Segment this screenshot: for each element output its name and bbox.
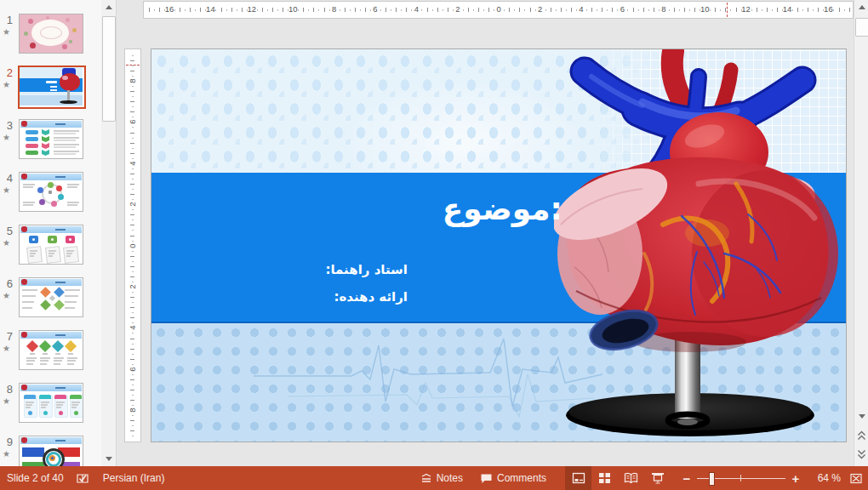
slide-number: 3 bbox=[2, 119, 13, 132]
fit-to-window-button[interactable] bbox=[849, 472, 863, 485]
ruler-label: 16 bbox=[819, 4, 837, 14]
animation-star-icon: ★ bbox=[3, 133, 10, 142]
thumb-scroll-down-icon[interactable] bbox=[101, 452, 116, 466]
thumb-scroll-up-icon[interactable] bbox=[101, 0, 116, 14]
ruler-label: 0 bbox=[128, 241, 137, 251]
heart-model-image[interactable] bbox=[554, 49, 846, 441]
presenter-text[interactable]: ارائه دهنده: bbox=[334, 287, 408, 307]
ruler-label: 8 bbox=[128, 405, 137, 415]
arrow-up-icon bbox=[859, 5, 865, 9]
supervisor-text[interactable]: استاد راهنما: bbox=[325, 259, 408, 280]
slide-thumbnail-8[interactable] bbox=[19, 383, 83, 423]
slide-thumbnail-4[interactable] bbox=[19, 172, 83, 212]
animation-star-icon: ★ bbox=[3, 185, 10, 195]
heart-model-graphic bbox=[554, 51, 838, 356]
notes-icon bbox=[420, 473, 432, 484]
slide-number: 2 bbox=[2, 66, 13, 79]
slide-thumbnail-3[interactable] bbox=[19, 119, 83, 159]
animation-star-icon: ★ bbox=[3, 27, 10, 37]
ruler-label: 8 bbox=[128, 76, 137, 86]
zoom-in-button[interactable]: + bbox=[790, 471, 802, 486]
status-bar: Slide 2 of 40 Persian (Iran) Notes Comme… bbox=[0, 466, 868, 490]
thumbnail-item: 7 ★ bbox=[0, 330, 100, 379]
main-scrollbar[interactable] bbox=[854, 0, 868, 466]
language-indicator[interactable]: Persian (Iran) bbox=[103, 472, 165, 484]
thumbnail-scrollbar[interactable] bbox=[101, 0, 117, 466]
zoom-out-button[interactable]: − bbox=[681, 471, 693, 486]
comments-toggle[interactable]: Comments bbox=[480, 472, 546, 484]
slide-title-text[interactable]: موضوع: bbox=[443, 191, 562, 228]
normal-view-icon bbox=[572, 472, 585, 484]
slide-sorter-button[interactable] bbox=[591, 466, 618, 490]
ruler-label: 2 bbox=[532, 4, 549, 14]
reading-view-button[interactable] bbox=[618, 466, 644, 490]
slide-thumbnail-9[interactable] bbox=[19, 436, 83, 466]
slide-thumbnail-panel: 1 ★ 2 ★ 3 ★ 4 ★ 5 ★ 6 ★ 7 ★ 8 ★ 9 ★ bbox=[0, 0, 102, 466]
ruler-label: 0 bbox=[490, 4, 507, 14]
ruler-label: 4 bbox=[573, 4, 590, 14]
zoom-slider-midpoint bbox=[740, 475, 741, 481]
powerpoint-window: 1 ★ 2 ★ 3 ★ 4 ★ 5 ★ 6 ★ 7 ★ 8 ★ 9 ★ bbox=[0, 0, 868, 490]
ruler-pointer-marker bbox=[126, 65, 140, 66]
ruler-label: 14 bbox=[779, 4, 796, 14]
slide-number: 8 bbox=[2, 383, 13, 396]
ruler-label: 2 bbox=[449, 4, 466, 14]
reading-view-icon bbox=[624, 472, 638, 484]
thumbnail-item: 2 ★ bbox=[0, 66, 100, 116]
zoom-slider[interactable] bbox=[697, 466, 785, 490]
animation-star-icon: ★ bbox=[3, 449, 10, 459]
zoom-slider-thumb[interactable] bbox=[709, 472, 715, 486]
thumbnail-item: 1 ★ bbox=[0, 14, 100, 63]
ruler-label: 2 bbox=[128, 199, 137, 209]
slideshow-button[interactable] bbox=[644, 466, 671, 490]
previous-slide-button[interactable] bbox=[854, 427, 868, 444]
thumbnail-item: 6 ★ bbox=[0, 277, 100, 327]
slide-thumbnail-7[interactable] bbox=[19, 330, 83, 370]
slide-thumbnail-6[interactable] bbox=[19, 277, 83, 317]
ruler-label: 2 bbox=[128, 282, 137, 292]
scroll-up-icon[interactable] bbox=[854, 0, 868, 14]
thumb-scrollbar-thumb[interactable] bbox=[102, 16, 116, 122]
slide-number: 6 bbox=[2, 277, 13, 290]
next-slide-button[interactable] bbox=[854, 446, 868, 463]
thumbnail-item: 8 ★ bbox=[0, 383, 100, 432]
slide-thumbnail-2[interactable] bbox=[18, 66, 86, 109]
zoom-percentage[interactable]: 64 % bbox=[807, 472, 841, 484]
ruler-label: 8 bbox=[326, 4, 343, 14]
slide-number: 4 bbox=[2, 172, 13, 185]
ruler-label: 12 bbox=[738, 4, 755, 14]
double-chevron-down-icon bbox=[857, 449, 866, 459]
ruler-label: 6 bbox=[128, 364, 137, 374]
animation-star-icon: ★ bbox=[3, 291, 10, 300]
ruler-label: 10 bbox=[696, 4, 713, 14]
main-scrollbar-thumb[interactable] bbox=[855, 18, 868, 37]
view-shortcut-group bbox=[565, 466, 671, 490]
notes-label: Notes bbox=[437, 472, 463, 484]
fit-to-window-icon bbox=[849, 472, 863, 485]
animation-star-icon: ★ bbox=[3, 80, 10, 89]
spellcheck-icon[interactable] bbox=[76, 472, 90, 485]
ruler-label: 6 bbox=[614, 4, 631, 14]
slide-indicator[interactable]: Slide 2 of 40 bbox=[7, 472, 64, 484]
ruler-label: 4 bbox=[408, 4, 425, 14]
slide-thumbnail-5[interactable] bbox=[19, 225, 83, 265]
animation-star-icon: ★ bbox=[3, 396, 10, 406]
slide-canvas[interactable]: موضوع: استاد راهنما: ارائه دهنده: bbox=[151, 48, 847, 442]
arrow-down-icon bbox=[859, 414, 865, 419]
slideshow-icon bbox=[651, 472, 665, 484]
ruler-label: 16 bbox=[161, 4, 178, 14]
notes-toggle[interactable]: Notes bbox=[420, 472, 463, 484]
slide-number: 9 bbox=[2, 436, 13, 448]
comments-icon bbox=[480, 473, 493, 484]
ruler-label: 4 bbox=[128, 158, 137, 168]
arrow-up-icon bbox=[106, 5, 112, 9]
ruler-label: 6 bbox=[367, 4, 384, 14]
slide-number: 7 bbox=[2, 330, 13, 343]
vertical-ruler: 864202468 bbox=[124, 48, 141, 442]
slide-thumbnail-1[interactable] bbox=[19, 14, 83, 54]
normal-view-button[interactable] bbox=[565, 466, 591, 490]
scroll-down-icon[interactable] bbox=[854, 409, 868, 424]
ruler-label: 14 bbox=[202, 4, 219, 14]
ruler-label: 6 bbox=[128, 117, 137, 127]
slide-sorter-icon bbox=[598, 472, 611, 484]
